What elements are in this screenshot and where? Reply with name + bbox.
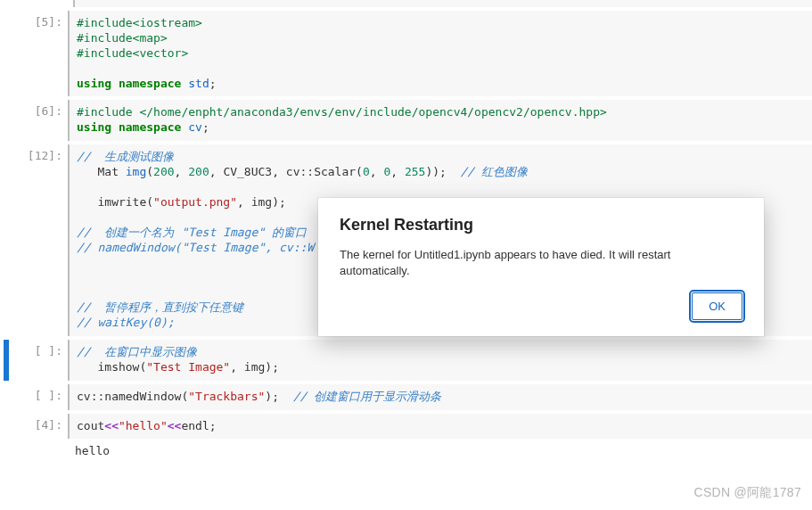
dialog-title: Kernel Restarting	[318, 198, 764, 234]
dialog-backdrop[interactable]: Kernel Restarting The kernel for Untitle…	[0, 0, 812, 510]
ok-button[interactable]: OK	[692, 292, 742, 320]
dialog-message: The kernel for Untitled1.ipynb appears t…	[318, 234, 764, 282]
kernel-restart-dialog: Kernel Restarting The kernel for Untitle…	[318, 198, 764, 336]
watermark: CSDN @阿龍1787	[693, 485, 801, 501]
